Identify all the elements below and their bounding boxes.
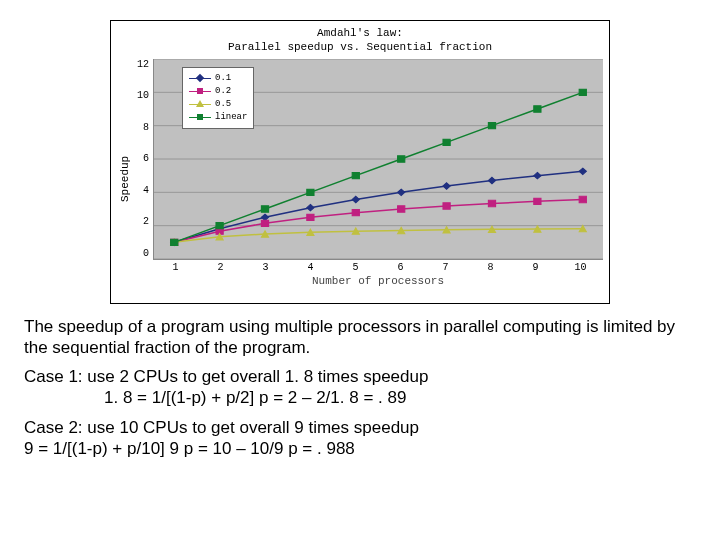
x-tick: 5 [333, 262, 378, 273]
legend-label: linear [215, 112, 247, 122]
y-tick: 10 [137, 90, 149, 101]
chart-body: Speedup 121086420 0.10.20.5linear 123456… [117, 59, 603, 299]
case2-line2: 9 = 1/[(1-p) + p/10] 9 p = 10 – 10/9 p =… [24, 438, 696, 459]
x-tick: 10 [558, 262, 603, 273]
x-tick: 2 [198, 262, 243, 273]
chart-title-line2: Parallel speedup vs. Sequential fraction [117, 41, 603, 55]
y-axis-label: Speedup [117, 59, 133, 299]
legend-marker-icon [189, 99, 211, 109]
x-axis-label: Number of processors [153, 275, 603, 287]
legend-item: 0.5 [189, 98, 247, 111]
x-tick: 8 [468, 262, 513, 273]
chart-title: Amdahl's law: Parallel speedup vs. Seque… [117, 27, 603, 55]
x-tick: 4 [288, 262, 333, 273]
x-tick: 9 [513, 262, 558, 273]
case1-line1: Case 1: use 2 CPUs to get overall 1. 8 t… [24, 366, 696, 387]
chart-container: Amdahl's law: Parallel speedup vs. Seque… [110, 20, 610, 304]
x-tick: 7 [423, 262, 468, 273]
x-axis-ticks: 12345678910 [153, 260, 603, 273]
legend-item: 0.2 [189, 85, 247, 98]
plot-area: 0.10.20.5linear [153, 59, 603, 260]
legend-label: 0.2 [215, 86, 231, 96]
x-tick: 1 [153, 262, 198, 273]
y-tick: 6 [137, 153, 149, 164]
x-tick: 6 [378, 262, 423, 273]
x-tick: 3 [243, 262, 288, 273]
legend-marker-icon [189, 86, 211, 96]
chart-title-line1: Amdahl's law: [117, 27, 603, 41]
y-tick: 2 [137, 216, 149, 227]
y-tick: 8 [137, 122, 149, 133]
case1-line2: 1. 8 = 1/[(1-p) + p/2] p = 2 – 2/1. 8 = … [24, 387, 696, 408]
y-tick: 4 [137, 185, 149, 196]
y-tick: 0 [137, 248, 149, 259]
case1: Case 1: use 2 CPUs to get overall 1. 8 t… [24, 366, 696, 409]
case2: Case 2: use 10 CPUs to get overall 9 tim… [24, 417, 696, 460]
legend-marker-icon [189, 112, 211, 122]
legend-item: 0.1 [189, 72, 247, 85]
legend-label: 0.1 [215, 73, 231, 83]
legend-label: 0.5 [215, 99, 231, 109]
case2-line1: Case 2: use 10 CPUs to get overall 9 tim… [24, 417, 696, 438]
legend-marker-icon [189, 73, 211, 83]
caption-text: The speedup of a program using multiple … [24, 316, 696, 359]
legend-item: linear [189, 111, 247, 124]
y-axis-ticks: 121086420 [133, 59, 153, 259]
legend: 0.10.20.5linear [182, 67, 254, 129]
y-tick: 12 [137, 59, 149, 70]
